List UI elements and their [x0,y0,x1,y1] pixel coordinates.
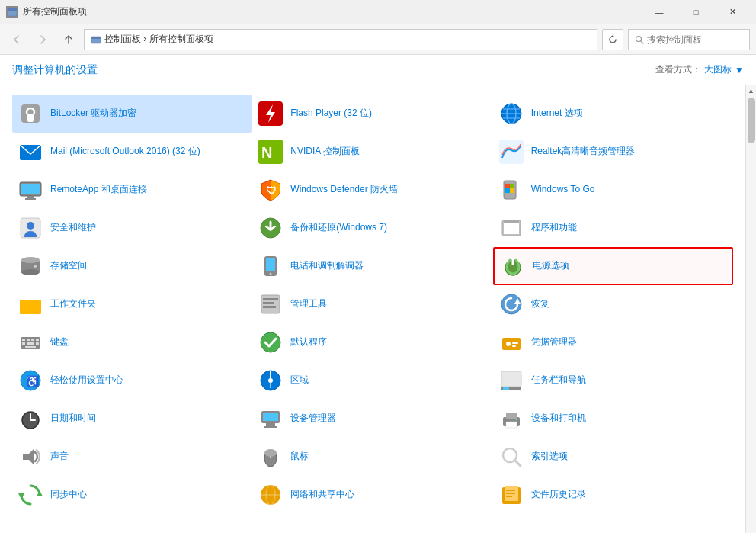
svg-rect-23 [27,196,34,198]
svg-point-88 [515,419,517,421]
svg-marker-4 [610,35,615,37]
item-security[interactable]: 安全和维护 [12,209,252,247]
maximize-button[interactable]: □ [678,0,713,24]
item-devicemgr[interactable]: 设备管理器 [252,400,492,438]
taskbar-icon [499,368,524,393]
scroll-up-button[interactable]: ▲ [746,85,757,96]
item-windowstogo[interactable]: Windows To Go [493,171,733,209]
item-power[interactable]: 电源选项 [493,247,733,285]
item-flash[interactable]: Flash Player (32 位) [252,95,492,133]
item-backup[interactable]: 备份和还原(Windows 7) [252,209,492,247]
svg-rect-104 [506,496,512,497]
nvidia-label: NVIDIA 控制面板 [290,146,360,158]
item-mail[interactable]: Mail (Microsoft Outlook 2016) (32 位) [12,133,252,171]
sync-icon [18,483,43,507]
item-index[interactable]: 索引选项 [493,438,733,476]
item-network[interactable]: 网络和共享中心 [252,476,492,514]
item-work[interactable]: 工作文件夹 [12,285,252,323]
item-datetime[interactable]: 日期和时间 [12,400,252,438]
power-label: 电源选项 [533,260,569,272]
power-icon [501,254,525,278]
search-box[interactable] [628,29,750,50]
credential-icon [499,330,524,355]
view-current[interactable]: 大图标 [704,63,732,76]
keyboard-label: 键盘 [50,336,69,348]
address-path: 控制面板 › 所有控制面板项 [104,33,213,46]
item-programs[interactable]: 程序和功能 [493,209,733,247]
svg-text:N: N [261,144,272,161]
item-credential[interactable]: 凭据管理器 [493,323,733,361]
item-storage[interactable]: 存储空间 [12,247,252,285]
item-default[interactable]: 默认程序 [252,323,492,361]
security-label: 安全和维护 [50,222,96,234]
default-label: 默认程序 [290,336,327,348]
svg-rect-48 [20,300,41,314]
back-button[interactable] [6,29,27,50]
item-manage[interactable]: 管理工具 [252,285,492,323]
item-taskbar[interactable]: 任务栏和导航 [493,361,733,400]
item-deviceprint[interactable]: 设备和打印机 [493,400,733,438]
view-options: 查看方式： 大图标 ▼ [655,63,744,76]
mouse-label: 鼠标 [290,451,309,463]
svg-rect-67 [512,342,518,344]
storage-label: 存储空间 [50,260,87,272]
svg-point-72 [268,378,273,383]
svg-marker-96 [18,493,24,499]
item-region[interactable]: 区域 [252,361,492,400]
address-input[interactable]: 控制面板 › 所有控制面板项 [84,29,597,50]
mail-icon [18,140,43,164]
defender-label: Windows Defender 防火墙 [290,184,398,196]
search-input[interactable] [647,34,743,45]
item-realtek[interactable]: Realtek高清晰音频管理器 [493,133,733,171]
devicemgr-label: 设备管理器 [290,413,336,425]
scrollbar[interactable]: ▲ [745,85,756,533]
svg-rect-103 [506,493,515,494]
item-restore[interactable]: 恢复 [493,285,733,323]
phone-label: 电话和调制解调器 [290,260,364,272]
realtek-label: Realtek高清晰音频管理器 [531,146,636,158]
forward-button[interactable] [32,29,53,50]
work-label: 工作文件夹 [50,298,96,310]
view-dropdown-icon[interactable]: ▼ [735,65,744,75]
item-defender[interactable]: 🛡Windows Defender 防火墙 [252,171,492,209]
svg-rect-30 [505,188,510,193]
svg-rect-75 [501,371,521,387]
remote-label: RemoteApp 和桌面连接 [50,184,147,196]
sync-label: 同步中心 [50,489,87,501]
backup-icon [258,216,283,240]
svg-rect-29 [510,184,514,188]
svg-marker-95 [37,490,43,496]
windowstogo-icon [499,178,524,202]
view-label: 查看方式： [655,63,701,76]
minimize-button[interactable]: — [642,0,677,24]
title-bar-title: 所有控制面板项 [23,5,642,18]
restore-icon [499,292,524,316]
up-button[interactable] [58,29,79,50]
svg-rect-63 [25,346,36,348]
item-sync[interactable]: 同步中心 [12,476,252,514]
item-keyboard[interactable]: 键盘 [12,323,252,361]
item-remote[interactable]: RemoteApp 和桌面连接 [12,171,252,209]
svg-rect-52 [263,306,276,308]
item-filehistory[interactable]: 文件历史记录 [493,476,733,514]
close-button[interactable]: ✕ [715,0,750,24]
svg-rect-84 [264,426,277,428]
svg-rect-28 [505,184,510,188]
item-phone[interactable]: 电话和调制解调器 [252,247,492,285]
item-ease[interactable]: ♿轻松使用设置中心 [12,361,252,400]
svg-rect-46 [511,258,514,265]
nvidia-icon: N [258,140,283,164]
item-nvidia[interactable]: NNVIDIA 控制面板 [252,133,492,171]
mouse-icon [258,445,283,469]
item-bitlocker[interactable]: BitLocker 驱动器加密 [12,95,252,133]
svg-rect-31 [510,188,514,193]
svg-text:♿: ♿ [26,375,40,388]
item-mouse[interactable]: 鼠标 [252,438,492,476]
refresh-button[interactable] [602,29,623,50]
storage-icon [18,254,43,278]
flash-icon [258,101,283,126]
sound-label: 声音 [50,451,69,463]
scroll-thumb[interactable] [748,98,755,143]
item-internet[interactable]: Internet 选项 [493,95,733,133]
item-sound[interactable]: 声音 [12,438,252,476]
